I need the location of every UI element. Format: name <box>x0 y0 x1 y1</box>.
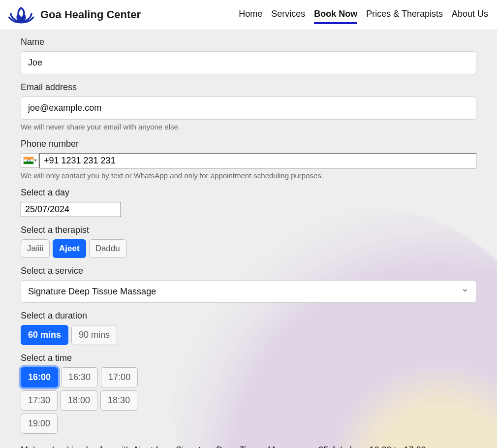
booking-form: Name Email address We will never share y… <box>7 37 490 448</box>
booking-summary: Make a booking for Joe with Ajeet for a … <box>21 444 476 448</box>
name-label: Name <box>21 37 476 47</box>
time-label: Select a time <box>21 353 476 363</box>
brand: Goa Healing Center <box>7 5 141 25</box>
phone-help: We will only contact you by text or What… <box>21 171 476 180</box>
duration-label: Select a duration <box>21 311 476 321</box>
day-input[interactable] <box>21 202 121 217</box>
nav-about-us[interactable]: About Us <box>452 6 488 24</box>
service-block: Select a service Signature Deep Tissue M… <box>21 266 476 303</box>
nav-prices-therapists[interactable]: Prices & Therapists <box>366 6 443 24</box>
time-option-1800[interactable]: 18:00 <box>61 390 97 411</box>
lotus-logo-icon <box>7 5 35 25</box>
duration-option-90[interactable]: 90 mins <box>71 325 117 345</box>
time-option-1900[interactable]: 19:00 <box>21 414 58 434</box>
nav-home[interactable]: Home <box>239 6 262 24</box>
nav-book-now[interactable]: Book Now <box>314 6 357 24</box>
booking-page: Name Email address We will never share y… <box>0 30 497 448</box>
country-code-picker[interactable] <box>21 153 38 168</box>
name-input[interactable] <box>21 51 476 74</box>
brand-title: Goa Healing Center <box>40 8 141 21</box>
email-input[interactable] <box>21 96 476 120</box>
service-select[interactable]: Signature Deep Tissue Massage <box>21 280 476 303</box>
flag-india-icon <box>23 157 34 164</box>
time-option-1730[interactable]: 17:30 <box>21 390 58 411</box>
top-navbar: Goa Healing Center Home Services Book No… <box>0 0 497 30</box>
therapist-option-jaiiii[interactable]: Jaiiii <box>21 239 50 258</box>
primary-nav: Home Services Book Now Prices & Therapis… <box>239 6 490 24</box>
therapist-label: Select a therapist <box>21 225 476 235</box>
phone-label: Phone number <box>21 139 476 149</box>
email-help: We will never share your email with anyo… <box>21 123 476 131</box>
time-option-1600[interactable]: 16:00 <box>21 367 58 387</box>
therapist-block: Select a therapist Jaiiii Ajeet Daddu <box>21 225 476 258</box>
email-block: Email address We will never share your e… <box>21 82 476 131</box>
summary-line-booking: Make a booking for Joe with Ajeet for a … <box>21 444 476 448</box>
day-label: Select a day <box>21 188 476 198</box>
phone-block: Phone number We will only contact you by… <box>21 139 476 180</box>
time-block: Select a time 16:00 16:30 17:00 17:30 18… <box>21 353 476 434</box>
time-option-1700[interactable]: 17:00 <box>101 367 138 387</box>
phone-input[interactable] <box>39 153 476 168</box>
day-block: Select a day <box>21 188 476 217</box>
email-label: Email address <box>21 82 476 93</box>
nav-services[interactable]: Services <box>271 6 305 24</box>
service-label: Select a service <box>21 266 476 276</box>
duration-block: Select a duration 60 mins 90 mins <box>21 311 476 345</box>
therapist-option-ajeet[interactable]: Ajeet <box>53 239 86 258</box>
duration-option-60[interactable]: 60 mins <box>21 325 68 345</box>
time-option-1630[interactable]: 16:30 <box>61 367 98 387</box>
name-block: Name <box>21 37 476 74</box>
therapist-option-daddu[interactable]: Daddu <box>89 239 126 258</box>
time-option-1830[interactable]: 18:30 <box>100 390 137 411</box>
